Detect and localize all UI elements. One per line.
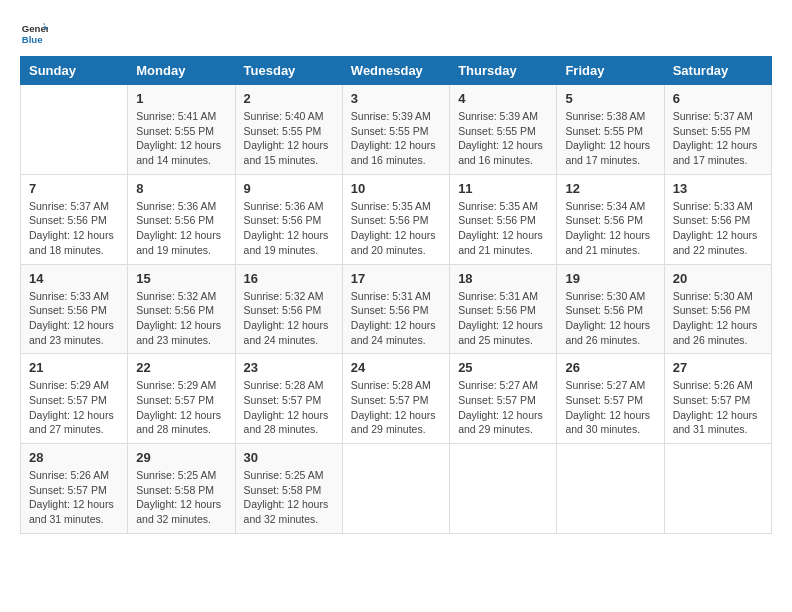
calendar-cell: 23Sunrise: 5:28 AM Sunset: 5:57 PM Dayli… xyxy=(235,354,342,444)
day-number: 28 xyxy=(29,450,119,465)
day-detail: Sunrise: 5:32 AM Sunset: 5:56 PM Dayligh… xyxy=(136,289,226,348)
week-row-5: 28Sunrise: 5:26 AM Sunset: 5:57 PM Dayli… xyxy=(21,444,772,534)
day-number: 21 xyxy=(29,360,119,375)
day-number: 11 xyxy=(458,181,548,196)
day-number: 18 xyxy=(458,271,548,286)
day-detail: Sunrise: 5:29 AM Sunset: 5:57 PM Dayligh… xyxy=(29,378,119,437)
day-number: 22 xyxy=(136,360,226,375)
day-detail: Sunrise: 5:26 AM Sunset: 5:57 PM Dayligh… xyxy=(29,468,119,527)
day-detail: Sunrise: 5:36 AM Sunset: 5:56 PM Dayligh… xyxy=(244,199,334,258)
day-detail: Sunrise: 5:37 AM Sunset: 5:55 PM Dayligh… xyxy=(673,109,763,168)
day-detail: Sunrise: 5:28 AM Sunset: 5:57 PM Dayligh… xyxy=(244,378,334,437)
col-header-wednesday: Wednesday xyxy=(342,57,449,85)
calendar-cell: 25Sunrise: 5:27 AM Sunset: 5:57 PM Dayli… xyxy=(450,354,557,444)
calendar-cell: 17Sunrise: 5:31 AM Sunset: 5:56 PM Dayli… xyxy=(342,264,449,354)
day-number: 16 xyxy=(244,271,334,286)
calendar-cell: 7Sunrise: 5:37 AM Sunset: 5:56 PM Daylig… xyxy=(21,174,128,264)
day-number: 5 xyxy=(565,91,655,106)
calendar-cell: 8Sunrise: 5:36 AM Sunset: 5:56 PM Daylig… xyxy=(128,174,235,264)
calendar-cell: 27Sunrise: 5:26 AM Sunset: 5:57 PM Dayli… xyxy=(664,354,771,444)
calendar-cell: 18Sunrise: 5:31 AM Sunset: 5:56 PM Dayli… xyxy=(450,264,557,354)
day-number: 24 xyxy=(351,360,441,375)
day-number: 13 xyxy=(673,181,763,196)
day-detail: Sunrise: 5:27 AM Sunset: 5:57 PM Dayligh… xyxy=(565,378,655,437)
day-number: 9 xyxy=(244,181,334,196)
day-detail: Sunrise: 5:30 AM Sunset: 5:56 PM Dayligh… xyxy=(673,289,763,348)
day-detail: Sunrise: 5:28 AM Sunset: 5:57 PM Dayligh… xyxy=(351,378,441,437)
calendar-cell xyxy=(342,444,449,534)
day-detail: Sunrise: 5:30 AM Sunset: 5:56 PM Dayligh… xyxy=(565,289,655,348)
calendar-cell xyxy=(557,444,664,534)
calendar-cell: 21Sunrise: 5:29 AM Sunset: 5:57 PM Dayli… xyxy=(21,354,128,444)
calendar-cell: 14Sunrise: 5:33 AM Sunset: 5:56 PM Dayli… xyxy=(21,264,128,354)
calendar-table: SundayMondayTuesdayWednesdayThursdayFrid… xyxy=(20,56,772,534)
calendar-cell: 22Sunrise: 5:29 AM Sunset: 5:57 PM Dayli… xyxy=(128,354,235,444)
day-number: 6 xyxy=(673,91,763,106)
calendar-cell: 4Sunrise: 5:39 AM Sunset: 5:55 PM Daylig… xyxy=(450,85,557,175)
day-number: 8 xyxy=(136,181,226,196)
day-detail: Sunrise: 5:32 AM Sunset: 5:56 PM Dayligh… xyxy=(244,289,334,348)
col-header-tuesday: Tuesday xyxy=(235,57,342,85)
calendar-cell: 29Sunrise: 5:25 AM Sunset: 5:58 PM Dayli… xyxy=(128,444,235,534)
day-detail: Sunrise: 5:38 AM Sunset: 5:55 PM Dayligh… xyxy=(565,109,655,168)
day-number: 4 xyxy=(458,91,548,106)
day-detail: Sunrise: 5:40 AM Sunset: 5:55 PM Dayligh… xyxy=(244,109,334,168)
day-number: 14 xyxy=(29,271,119,286)
day-detail: Sunrise: 5:39 AM Sunset: 5:55 PM Dayligh… xyxy=(351,109,441,168)
calendar-cell: 30Sunrise: 5:25 AM Sunset: 5:58 PM Dayli… xyxy=(235,444,342,534)
day-detail: Sunrise: 5:29 AM Sunset: 5:57 PM Dayligh… xyxy=(136,378,226,437)
day-detail: Sunrise: 5:33 AM Sunset: 5:56 PM Dayligh… xyxy=(673,199,763,258)
week-row-4: 21Sunrise: 5:29 AM Sunset: 5:57 PM Dayli… xyxy=(21,354,772,444)
calendar-cell: 12Sunrise: 5:34 AM Sunset: 5:56 PM Dayli… xyxy=(557,174,664,264)
calendar-cell: 28Sunrise: 5:26 AM Sunset: 5:57 PM Dayli… xyxy=(21,444,128,534)
calendar-cell: 3Sunrise: 5:39 AM Sunset: 5:55 PM Daylig… xyxy=(342,85,449,175)
calendar-cell xyxy=(664,444,771,534)
calendar-cell: 19Sunrise: 5:30 AM Sunset: 5:56 PM Dayli… xyxy=(557,264,664,354)
day-number: 15 xyxy=(136,271,226,286)
svg-text:General: General xyxy=(22,23,48,34)
day-detail: Sunrise: 5:37 AM Sunset: 5:56 PM Dayligh… xyxy=(29,199,119,258)
col-header-sunday: Sunday xyxy=(21,57,128,85)
day-number: 3 xyxy=(351,91,441,106)
calendar-cell: 10Sunrise: 5:35 AM Sunset: 5:56 PM Dayli… xyxy=(342,174,449,264)
calendar-cell: 2Sunrise: 5:40 AM Sunset: 5:55 PM Daylig… xyxy=(235,85,342,175)
day-detail: Sunrise: 5:25 AM Sunset: 5:58 PM Dayligh… xyxy=(136,468,226,527)
calendar-cell: 11Sunrise: 5:35 AM Sunset: 5:56 PM Dayli… xyxy=(450,174,557,264)
calendar-cell xyxy=(21,85,128,175)
calendar-cell: 9Sunrise: 5:36 AM Sunset: 5:56 PM Daylig… xyxy=(235,174,342,264)
calendar-cell: 20Sunrise: 5:30 AM Sunset: 5:56 PM Dayli… xyxy=(664,264,771,354)
calendar-cell: 1Sunrise: 5:41 AM Sunset: 5:55 PM Daylig… xyxy=(128,85,235,175)
logo-icon: General Blue xyxy=(20,20,48,48)
day-number: 2 xyxy=(244,91,334,106)
day-number: 17 xyxy=(351,271,441,286)
day-detail: Sunrise: 5:25 AM Sunset: 5:58 PM Dayligh… xyxy=(244,468,334,527)
week-row-3: 14Sunrise: 5:33 AM Sunset: 5:56 PM Dayli… xyxy=(21,264,772,354)
calendar-cell: 5Sunrise: 5:38 AM Sunset: 5:55 PM Daylig… xyxy=(557,85,664,175)
col-header-friday: Friday xyxy=(557,57,664,85)
calendar-header-row: SundayMondayTuesdayWednesdayThursdayFrid… xyxy=(21,57,772,85)
day-number: 10 xyxy=(351,181,441,196)
calendar-cell: 26Sunrise: 5:27 AM Sunset: 5:57 PM Dayli… xyxy=(557,354,664,444)
day-number: 27 xyxy=(673,360,763,375)
calendar-cell: 24Sunrise: 5:28 AM Sunset: 5:57 PM Dayli… xyxy=(342,354,449,444)
day-detail: Sunrise: 5:31 AM Sunset: 5:56 PM Dayligh… xyxy=(351,289,441,348)
svg-text:Blue: Blue xyxy=(22,34,43,45)
day-detail: Sunrise: 5:41 AM Sunset: 5:55 PM Dayligh… xyxy=(136,109,226,168)
day-number: 19 xyxy=(565,271,655,286)
logo: General Blue xyxy=(20,20,48,48)
day-number: 25 xyxy=(458,360,548,375)
calendar-cell xyxy=(450,444,557,534)
day-number: 29 xyxy=(136,450,226,465)
week-row-1: 1Sunrise: 5:41 AM Sunset: 5:55 PM Daylig… xyxy=(21,85,772,175)
day-detail: Sunrise: 5:33 AM Sunset: 5:56 PM Dayligh… xyxy=(29,289,119,348)
col-header-thursday: Thursday xyxy=(450,57,557,85)
day-number: 23 xyxy=(244,360,334,375)
calendar-cell: 16Sunrise: 5:32 AM Sunset: 5:56 PM Dayli… xyxy=(235,264,342,354)
day-number: 26 xyxy=(565,360,655,375)
calendar-cell: 15Sunrise: 5:32 AM Sunset: 5:56 PM Dayli… xyxy=(128,264,235,354)
day-detail: Sunrise: 5:35 AM Sunset: 5:56 PM Dayligh… xyxy=(351,199,441,258)
calendar-cell: 13Sunrise: 5:33 AM Sunset: 5:56 PM Dayli… xyxy=(664,174,771,264)
day-detail: Sunrise: 5:34 AM Sunset: 5:56 PM Dayligh… xyxy=(565,199,655,258)
calendar-cell: 6Sunrise: 5:37 AM Sunset: 5:55 PM Daylig… xyxy=(664,85,771,175)
day-detail: Sunrise: 5:27 AM Sunset: 5:57 PM Dayligh… xyxy=(458,378,548,437)
